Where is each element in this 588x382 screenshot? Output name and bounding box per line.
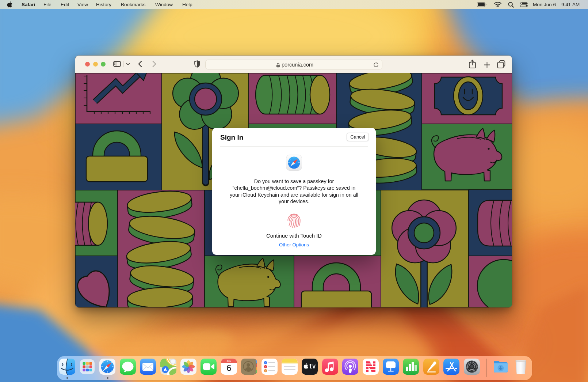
- svg-text:6: 6: [226, 363, 231, 373]
- svg-text:JUN: JUN: [226, 360, 231, 363]
